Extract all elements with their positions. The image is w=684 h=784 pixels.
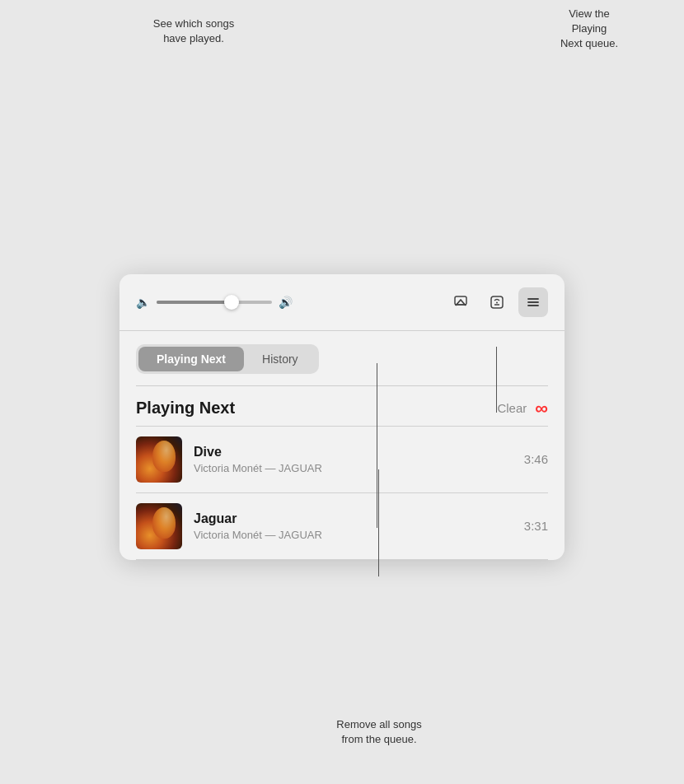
track-artwork-dive bbox=[136, 436, 182, 483]
tabs-container: Playing Next History bbox=[136, 344, 319, 374]
tab-history[interactable]: History bbox=[244, 347, 316, 371]
volume-controls: 🔈 🔊 bbox=[136, 296, 293, 309]
tab-playing-next[interactable]: Playing Next bbox=[138, 347, 244, 371]
annotation-queue: View thePlayingNext queue. bbox=[544, 7, 635, 52]
volume-low-icon: 🔈 bbox=[136, 296, 150, 309]
volume-slider-fill bbox=[157, 301, 232, 304]
action-buttons bbox=[446, 287, 548, 317]
track-info-dive: Dive Victoria Monét — JAGUAR bbox=[194, 445, 508, 474]
airplay-icon bbox=[452, 294, 469, 310]
track-name-dive: Dive bbox=[194, 445, 508, 460]
lyrics-icon bbox=[489, 294, 505, 310]
track-duration-jaguar: 3:31 bbox=[519, 519, 548, 533]
annotation-history: See which songshave played. bbox=[140, 16, 247, 46]
airplay-button[interactable] bbox=[446, 287, 476, 317]
volume-row: 🔈 🔊 bbox=[119, 274, 565, 331]
volume-slider[interactable] bbox=[157, 301, 272, 304]
music-panel: 🔈 🔊 bbox=[119, 274, 565, 560]
album-art-jaguar bbox=[136, 503, 182, 549]
queue-icon bbox=[525, 294, 541, 310]
track-info-jaguar: Jaguar Victoria Monét — JAGUAR bbox=[194, 511, 508, 541]
track-duration-dive: 3:46 bbox=[519, 452, 548, 466]
track-artwork-jaguar bbox=[136, 503, 182, 549]
tabs-row: Playing Next History bbox=[119, 331, 565, 374]
section-actions: Clear ∞ bbox=[497, 398, 548, 419]
track-item[interactable]: Jaguar Victoria Monét — JAGUAR 3:31 bbox=[119, 493, 565, 559]
annotation-line-history bbox=[377, 363, 377, 528]
svg-point-3 bbox=[496, 301, 498, 303]
track-divider-2 bbox=[136, 559, 548, 560]
lyrics-button[interactable] bbox=[482, 287, 512, 317]
section-header: Playing Next Clear ∞ bbox=[119, 386, 565, 426]
track-list: Dive Victoria Monét — JAGUAR 3:46 Jaguar… bbox=[119, 426, 565, 560]
track-name-jaguar: Jaguar bbox=[194, 511, 508, 526]
queue-button[interactable] bbox=[518, 287, 548, 317]
album-art-dive bbox=[136, 436, 182, 483]
clear-button[interactable]: Clear bbox=[497, 401, 527, 415]
annotation-remove: Remove all songsfrom the queue. bbox=[321, 717, 437, 747]
track-meta-dive: Victoria Monét — JAGUAR bbox=[194, 462, 508, 474]
infinity-icon[interactable]: ∞ bbox=[535, 398, 548, 419]
annotation-line-clear bbox=[378, 469, 379, 576]
track-item[interactable]: Dive Victoria Monét — JAGUAR 3:46 bbox=[119, 427, 565, 492]
volume-knob bbox=[224, 295, 239, 310]
section-title: Playing Next bbox=[136, 399, 235, 418]
volume-high-icon: 🔊 bbox=[279, 296, 293, 309]
track-meta-jaguar: Victoria Monét — JAGUAR bbox=[194, 529, 508, 541]
annotation-line-queue bbox=[496, 347, 497, 413]
